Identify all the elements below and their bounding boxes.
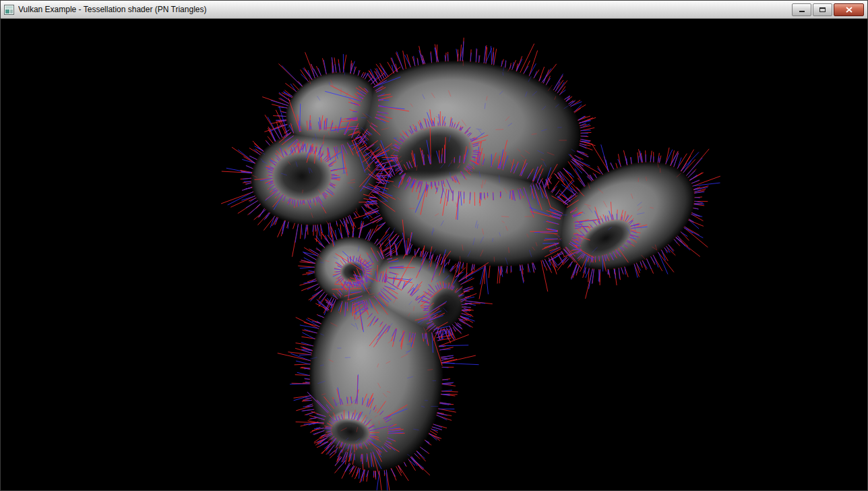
minimize-icon [799,7,805,13]
window-title: Vulkan Example - Tessellation shader (PN… [18,5,792,14]
close-icon [846,7,852,13]
close-button[interactable] [834,3,864,16]
maximize-button[interactable] [813,3,832,16]
app-window: Vulkan Example - Tessellation shader (PN… [0,0,868,491]
client-area [1,19,867,490]
app-icon [4,5,14,15]
maximize-icon [819,7,826,13]
window-controls [792,3,864,16]
titlebar[interactable]: Vulkan Example - Tessellation shader (PN… [1,1,867,19]
render-viewport[interactable] [1,19,867,490]
minimize-button[interactable] [792,3,811,16]
